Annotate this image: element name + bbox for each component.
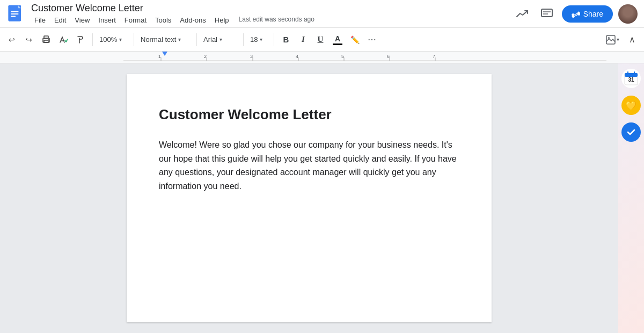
print-button[interactable] [39, 32, 54, 47]
divider-4 [243, 33, 244, 46]
svg-rect-4 [11, 16, 16, 17]
font-size-select[interactable]: 18 ▾ [248, 33, 269, 46]
svg-point-11 [48, 39, 49, 40]
undo-button[interactable]: ↩ [4, 32, 19, 47]
ruler-triangle [162, 52, 167, 56]
avatar-image [618, 4, 638, 24]
svg-text:3: 3 [250, 54, 253, 59]
svg-text:7: 7 [433, 54, 435, 59]
collapse-toolbar-button[interactable]: ∧ [625, 32, 640, 47]
share-label: Share [583, 10, 603, 18]
zoom-select[interactable]: 100% ▾ [97, 33, 129, 46]
calendar-icon[interactable]: 31 [621, 69, 641, 88]
svg-text:2: 2 [204, 54, 207, 59]
menu-view[interactable]: View [71, 15, 93, 25]
bold-button[interactable]: B [279, 32, 294, 47]
document-page: Customer Welcome Letter Welcome! Were so… [127, 74, 492, 322]
page-area: Customer Welcome Letter Welcome! Were so… [0, 63, 618, 333]
underline-u-label: U [318, 35, 324, 44]
document-heading[interactable]: Customer Welcome Letter [159, 106, 459, 123]
style-chevron: ▾ [178, 37, 181, 42]
svg-text:31: 31 [628, 77, 634, 83]
image-options-button[interactable]: ▾ [603, 33, 623, 47]
main-area: Customer Welcome Letter Welcome! Were so… [0, 63, 644, 333]
font-color-button[interactable]: A [330, 32, 345, 47]
size-chevron: ▾ [260, 37, 262, 42]
image-chevron: ▾ [617, 37, 619, 42]
ruler-content: 1 2 3 4 5 6 7 [0, 52, 644, 62]
underline-button[interactable]: U [313, 32, 328, 47]
svg-text:1: 1 [158, 54, 161, 59]
menu-file[interactable]: File [31, 15, 49, 25]
svg-text:5: 5 [341, 54, 344, 59]
menu-edit[interactable]: Edit [51, 15, 69, 25]
divider-3 [196, 33, 197, 46]
font-size-value: 18 [250, 35, 258, 44]
font-color-label: A [335, 34, 340, 43]
italic-button[interactable]: I [296, 32, 311, 47]
document-body[interactable]: Welcome! Were so glad you chose our comp… [159, 138, 459, 193]
app-icon [6, 4, 26, 24]
svg-text:6: 6 [387, 54, 390, 59]
menu-bar: File Edit View Insert Format Tools Add-o… [31, 15, 507, 25]
menu-insert[interactable]: Insert [95, 15, 119, 25]
title-bar-right: Share [513, 4, 638, 24]
svg-rect-9 [44, 36, 48, 39]
more-options-button[interactable]: ⋯ [364, 32, 379, 47]
toolbar-right: ▾ ∧ [603, 32, 640, 47]
tasks-icon[interactable] [621, 122, 641, 142]
font-chevron: ▾ [219, 37, 222, 42]
zoom-chevron: ▾ [119, 37, 122, 42]
menu-tools[interactable]: Tools [152, 15, 174, 25]
font-value: Arial [203, 35, 217, 44]
ruler-svg: 1 2 3 4 5 6 7 [123, 52, 606, 62]
avatar[interactable] [618, 4, 638, 24]
spellcheck-button[interactable] [56, 32, 71, 47]
divider-1 [92, 33, 93, 46]
divider-5 [274, 33, 274, 46]
title-info: Customer Welcome Letter File Edit View I… [31, 3, 507, 25]
highlight-label: ✏️ [350, 35, 360, 44]
share-button[interactable]: Share [562, 5, 613, 23]
menu-help[interactable]: Help [211, 15, 232, 25]
menu-format[interactable]: Format [121, 15, 150, 25]
last-edit-text: Last edit was seconds ago [239, 16, 314, 25]
trend-icon[interactable] [513, 4, 532, 24]
svg-rect-5 [541, 9, 552, 17]
paint-format-button[interactable] [73, 32, 88, 47]
zoom-value: 100% [99, 35, 117, 44]
toolbar: ↩ ↪ 100% ▾ Normal text ▾ [0, 28, 644, 52]
font-select[interactable]: Arial ▾ [201, 33, 239, 46]
svg-rect-2 [11, 11, 18, 12]
divider-2 [134, 33, 134, 46]
font-color-bar [333, 44, 342, 45]
style-value: Normal text [141, 35, 176, 44]
svg-text:4: 4 [296, 54, 298, 59]
highlight-button[interactable]: ✏️ [347, 32, 362, 47]
style-select[interactable]: Normal text ▾ [138, 33, 192, 46]
right-sidebar: 31 💛 [618, 63, 644, 333]
menu-addons[interactable]: Add-ons [177, 15, 209, 25]
doc-title[interactable]: Customer Welcome Letter [31, 3, 507, 14]
svg-rect-10 [44, 40, 48, 42]
svg-rect-3 [11, 13, 18, 15]
redo-button[interactable]: ↪ [21, 32, 36, 47]
ruler: 1 2 3 4 5 6 7 [0, 52, 644, 63]
svg-rect-32 [625, 73, 638, 77]
comment-icon[interactable] [537, 4, 557, 24]
keep-icon[interactable]: 💛 [621, 96, 641, 115]
title-bar: Customer Welcome Letter File Edit View I… [0, 0, 644, 28]
